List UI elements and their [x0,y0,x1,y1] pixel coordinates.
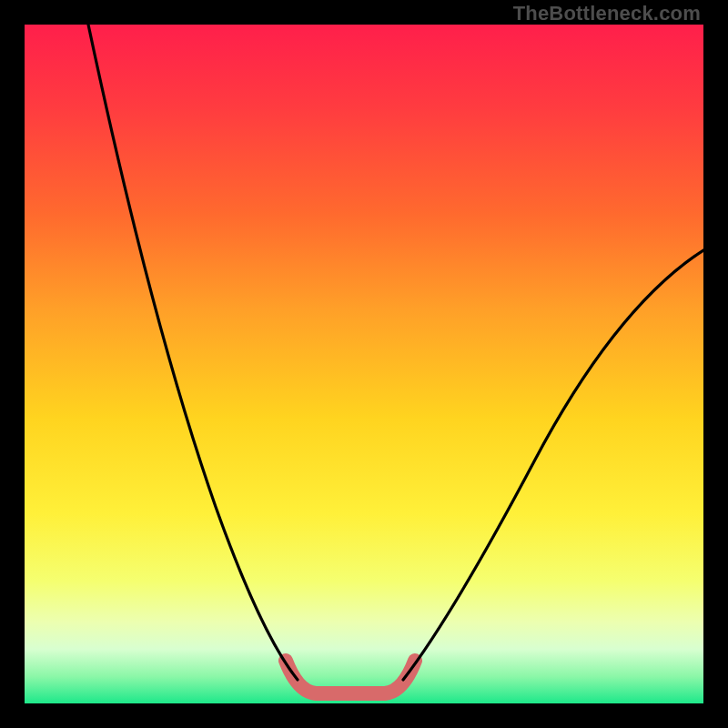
watermark-text: TheBottleneck.com [513,2,701,25]
plot-area [25,25,703,703]
right-black-curve [403,250,703,680]
chart-curves [25,25,703,703]
bottom-highlight-curve [286,661,415,693]
left-black-curve [88,25,298,680]
chart-frame: TheBottleneck.com [0,0,728,728]
